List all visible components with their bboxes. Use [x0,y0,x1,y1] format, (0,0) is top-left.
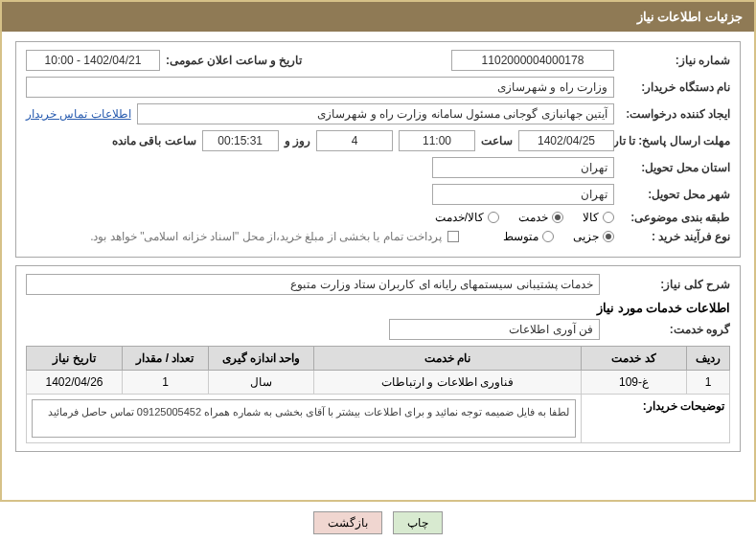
services-section-label: اطلاعات خدمات مورد نیاز [26,301,730,315]
buyer-notes-row: توضیحات خریدار: لطفا به فایل ضمیمه توجه … [27,395,730,443]
need-title-label: شرح کلی نیاز: [606,278,730,291]
th-name: نام خدمت [314,347,582,371]
radio-service[interactable]: خدمت [518,211,563,224]
delivery-city-value: تهران [432,184,614,205]
th-qty: تعداد / مقدار [123,347,209,371]
form-section: شماره نیاز: 1102000004000178 تاریخ و ساع… [15,41,741,258]
radio-goods-service[interactable]: کالا/خدمت [435,211,499,224]
delivery-province-value: تهران [432,157,614,178]
announce-datetime-value: 1402/04/21 - 10:00 [26,50,160,71]
th-unit: واحد اندازه گیری [209,347,314,371]
need-number-label: شماره نیاز: [620,54,730,67]
delivery-province-label: استان محل تحویل: [620,161,730,174]
description-section: شرح کلی نیاز: خدمات پشتیبانی سیستمهای را… [15,265,741,452]
buyer-org-value: وزارت راه و شهرسازی [26,77,614,98]
radio-minor[interactable]: جزیی [573,230,614,243]
print-button[interactable]: چاپ [393,511,443,534]
treasury-checkbox[interactable] [447,231,459,242]
need-number-value: 1102000004000178 [451,50,614,71]
radio-circle-checked-icon [552,212,563,223]
cell-date: 1402/04/26 [27,371,123,395]
buttons-row: چاپ بازگشت [0,511,756,534]
treasury-note: پرداخت تمام یا بخشی از مبلغ خرید،از محل … [90,230,442,243]
purchase-type-label: نوع فرآیند خرید : [620,230,730,243]
th-code: کد خدمت [582,347,687,371]
delivery-city-label: شهر محل تحویل: [620,188,730,201]
deadline-date-value: 1402/04/25 [518,130,614,151]
need-title-value: خدمات پشتیبانی سیستمهای رایانه ای کاربرا… [26,274,600,295]
radio-service-label: خدمت [518,211,548,224]
buyer-contact-link[interactable]: اطلاعات تماس خریدار [26,107,131,121]
th-date: تاریخ نیاز [27,347,123,371]
table-row: 1 غ-109 فناوری اطلاعات و ارتباطات سال 1 … [27,371,730,395]
announce-datetime-label: تاریخ و ساعت اعلان عمومی: [166,54,302,67]
deadline-time-value: 11:00 [399,130,475,151]
days-remaining-value: 4 [316,130,393,151]
buyer-notes-value: لطفا به فایل ضمیمه توجه نمائید و برای اط… [32,399,576,438]
cell-row: 1 [687,371,730,395]
radio-minor-label: جزیی [573,230,599,243]
radio-circle-icon [542,231,554,242]
cell-qty: 1 [123,371,209,395]
requester-value: آیتین جهانبازی گوجانی مسئول سامانه وزارت… [137,103,614,124]
buyer-org-label: نام دستگاه خریدار: [620,80,730,94]
cell-name: فناوری اطلاعات و ارتباطات [314,371,582,395]
table-header-row: ردیف کد خدمت نام خدمت واحد اندازه گیری ت… [27,347,730,371]
radio-circle-icon [603,212,614,223]
radio-goods[interactable]: کالا [583,211,614,224]
radio-circle-checked-icon [603,231,614,242]
radio-goods-service-label: کالا/خدمت [435,211,484,224]
deadline-label: مهلت ارسال پاسخ: تا تاریخ: [620,134,730,147]
time-remaining-value: 00:15:31 [202,130,279,151]
requester-label: ایجاد کننده درخواست: [620,107,730,121]
content-area: AriaTender.net شماره نیاز: 1102000004000… [2,32,754,462]
radio-medium[interactable]: متوسط [503,230,554,243]
main-container: جزئیات اطلاعات نیاز AriaTender.net شماره… [0,0,756,502]
cell-unit: سال [209,371,314,395]
back-button[interactable]: بازگشت [313,511,382,534]
cell-code: غ-109 [582,371,687,395]
buyer-notes-label: توضیحات خریدار: [582,395,730,443]
service-group-value: فن آوری اطلاعات [389,319,600,340]
time-remaining-label: ساعت باقی مانده [112,134,196,147]
th-row: ردیف [687,347,730,371]
service-group-label: گروه خدمت: [606,323,730,336]
radio-circle-icon [488,212,499,223]
radio-goods-label: کالا [583,211,599,224]
time-label: ساعت [481,134,513,147]
days-and-label: روز و [285,134,310,147]
services-table: ردیف کد خدمت نام خدمت واحد اندازه گیری ت… [26,346,730,443]
category-label: طبقه بندی موضوعی: [620,211,730,224]
page-title: جزئیات اطلاعات نیاز [2,2,754,32]
radio-medium-label: متوسط [503,230,538,243]
